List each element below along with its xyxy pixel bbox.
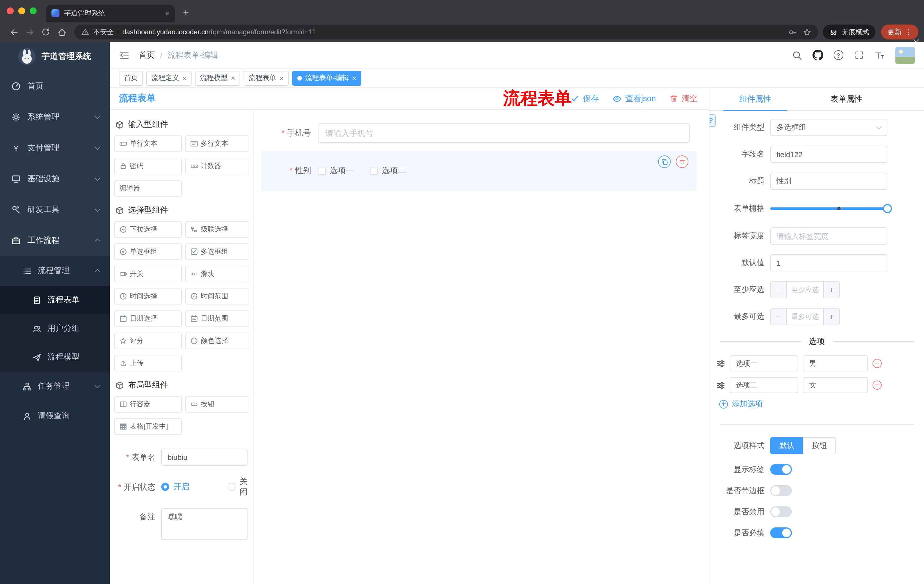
maximize-window-button[interactable]	[30, 7, 36, 14]
status-radio-off[interactable]: 关闭	[228, 477, 248, 497]
tag-process-definition[interactable]: 流程定义×	[146, 71, 191, 86]
sidebar-item-process-model[interactable]: 流程模型	[0, 343, 110, 372]
link-icon[interactable]	[709, 114, 716, 127]
form-remark-textarea[interactable]: 嘿嘿	[161, 508, 248, 540]
sidebar-item-infra[interactable]: 基础设施	[0, 163, 110, 194]
palette-item-editor[interactable]: 编辑器	[114, 180, 182, 197]
palette-item-date-range[interactable]: 日期范围	[185, 310, 249, 327]
form-name-input[interactable]	[161, 449, 248, 466]
option-value-input[interactable]	[803, 377, 868, 393]
palette-item-table[interactable]: 表格[开发中]	[114, 418, 182, 435]
style-button-button[interactable]: 按钮	[803, 437, 836, 454]
field-name-input[interactable]	[770, 146, 888, 163]
phone-field[interactable]: 手机号	[261, 123, 690, 143]
slider-handle[interactable]	[883, 204, 892, 213]
tag-process-model[interactable]: 流程模型×	[195, 71, 240, 86]
palette-item-time-range[interactable]: 时间范围	[185, 288, 249, 304]
close-icon[interactable]: ×	[280, 74, 284, 81]
gender-field-selected[interactable]: 性别 选项一 选项二	[261, 151, 696, 191]
search-icon[interactable]	[790, 48, 804, 62]
tab-close-icon[interactable]: ×	[165, 10, 169, 17]
key-icon[interactable]	[789, 28, 797, 36]
max-select-stepper[interactable]: −最多可选+	[770, 308, 840, 325]
palette-item-cascader[interactable]: 级联选择	[185, 221, 249, 238]
sidebar-item-leave-query[interactable]: 请假查询	[0, 401, 110, 431]
palette-item-slider[interactable]: 滑块	[185, 266, 249, 282]
show-label-toggle[interactable]	[770, 464, 792, 475]
component-type-select[interactable]: 多选框组	[770, 119, 888, 136]
fullscreen-icon[interactable]	[852, 48, 866, 62]
drag-handle-icon[interactable]	[716, 381, 725, 390]
save-button[interactable]: 保存	[571, 94, 599, 104]
tag-process-form-edit[interactable]: 流程表单-编辑×	[292, 71, 361, 86]
gender-option-2[interactable]: 选项二	[370, 166, 406, 176]
clear-button[interactable]: 清空	[670, 94, 698, 104]
palette-item-password[interactable]: 密码	[114, 158, 182, 174]
delete-component-button[interactable]	[676, 155, 688, 168]
palette-item-upload[interactable]: 上传	[114, 355, 182, 372]
border-toggle[interactable]	[770, 485, 792, 496]
sidebar-item-system[interactable]: 系统管理	[0, 102, 110, 133]
phone-input[interactable]	[318, 123, 690, 143]
new-tab-button[interactable]: +	[183, 7, 189, 18]
palette-item-radio-group[interactable]: 单选框组	[114, 243, 182, 260]
palette-item-button[interactable]: 按钮	[185, 396, 249, 413]
default-value-input[interactable]	[770, 254, 888, 271]
palette-item-date-picker[interactable]: 日期选择	[114, 310, 182, 327]
sidebar-item-process-mgmt[interactable]: 流程管理	[0, 256, 110, 286]
palette-item-single-text[interactable]: 单行文本	[114, 135, 182, 152]
sidebar-item-payment[interactable]: ¥ 支付管理	[0, 133, 110, 163]
address-bar[interactable]: 不安全 dashboard.yudao.iocoder.cn/bpm/manag…	[74, 25, 818, 39]
sidebar-item-task-mgmt[interactable]: 任务管理	[0, 372, 110, 401]
form-canvas[interactable]: 手机号	[254, 110, 709, 584]
sidebar-item-user-groups[interactable]: 用户分组	[0, 314, 110, 343]
update-button[interactable]: 更新 ⋮	[881, 25, 918, 39]
style-default-button[interactable]: 默认	[770, 437, 803, 454]
tab-component-props[interactable]: 组件属性	[710, 88, 801, 110]
gender-option-1[interactable]: 选项一	[318, 166, 354, 176]
help-icon[interactable]	[832, 48, 845, 62]
required-toggle[interactable]	[770, 527, 792, 538]
close-icon[interactable]: ×	[231, 74, 235, 81]
tab-form-props[interactable]: 表单属性	[801, 88, 892, 110]
option-label-input[interactable]	[729, 377, 798, 393]
breadcrumb-home[interactable]: 首页	[139, 50, 155, 60]
browser-tab[interactable]: 芋道管理系统 ×	[46, 5, 175, 22]
title-input[interactable]	[770, 173, 888, 190]
plus-icon[interactable]: +	[824, 282, 839, 298]
copy-component-button[interactable]	[658, 155, 671, 168]
close-icon[interactable]: ×	[182, 74, 186, 81]
bookmark-star-icon[interactable]	[803, 28, 811, 36]
sidebar-item-process-form[interactable]: 流程表单	[0, 286, 110, 314]
palette-item-row-container[interactable]: 行容器	[114, 396, 182, 413]
tag-process-form[interactable]: 流程表单×	[244, 71, 289, 86]
user-avatar[interactable]	[895, 46, 915, 64]
option-value-input[interactable]	[803, 355, 868, 372]
forward-icon[interactable]	[22, 24, 38, 40]
minimize-window-button[interactable]	[18, 7, 25, 14]
min-select-stepper[interactable]: −至少应选+	[770, 281, 840, 298]
palette-item-checkbox-group[interactable]: 多选框组	[185, 243, 249, 260]
sidebar-item-home[interactable]: 首页	[0, 71, 110, 102]
add-option-button[interactable]: 添加选项	[719, 399, 924, 409]
sidebar-item-devtools[interactable]: 研发工具	[0, 194, 110, 225]
sidebar-collapse-icon[interactable]	[119, 50, 130, 61]
label-width-input[interactable]	[770, 227, 888, 245]
remove-option-icon[interactable]	[873, 380, 882, 390]
palette-item-rate[interactable]: 评分	[114, 332, 182, 349]
grid-slider[interactable]	[770, 199, 888, 218]
font-size-icon[interactable]	[873, 48, 886, 62]
close-window-button[interactable]	[7, 7, 14, 14]
window-controls[interactable]	[7, 7, 36, 14]
tag-home[interactable]: 首页	[119, 71, 143, 86]
palette-item-switch[interactable]: 开关	[114, 266, 182, 282]
option-label-input[interactable]	[729, 355, 798, 372]
palette-item-color-picker[interactable]: 颜色选择	[185, 332, 249, 349]
checkbox-icon[interactable]	[370, 167, 378, 175]
minus-icon[interactable]: −	[771, 309, 786, 324]
github-icon[interactable]	[811, 48, 825, 62]
checkbox-icon[interactable]	[318, 167, 326, 175]
drag-handle-icon[interactable]	[716, 359, 725, 368]
back-icon[interactable]	[6, 24, 22, 40]
reload-icon[interactable]	[38, 24, 54, 40]
